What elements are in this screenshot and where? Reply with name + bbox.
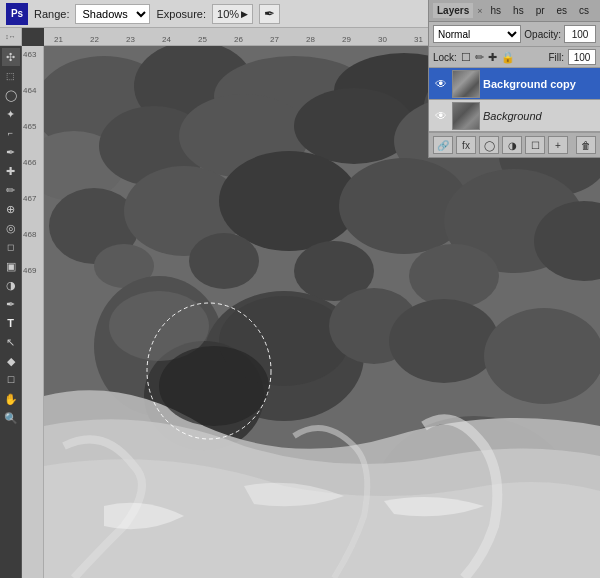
lock-transparency-icon[interactable]: ☐	[461, 51, 471, 64]
fill-label: Fill:	[548, 52, 564, 63]
move-tool[interactable]: ✣	[2, 48, 20, 66]
layer-eye-background-copy[interactable]: 👁	[433, 76, 449, 92]
fill-value[interactable]: 100	[568, 49, 596, 65]
layer-background-copy[interactable]: 👁 Background copy	[429, 68, 600, 100]
tab-cs[interactable]: cs	[575, 3, 593, 18]
heal-tool[interactable]: ✚	[2, 162, 20, 180]
type-tool[interactable]: T	[2, 314, 20, 332]
layers-tabs: Layers × hs hs pr es cs	[429, 0, 600, 22]
svg-point-32	[484, 308, 600, 404]
new-group-button[interactable]: ☐	[525, 136, 545, 154]
hand-tool[interactable]: ✋	[2, 390, 20, 408]
layer-styles-button[interactable]: fx	[456, 136, 476, 154]
svg-point-31	[389, 299, 499, 383]
brush-tool[interactable]: ✏	[2, 181, 20, 199]
tab-pr[interactable]: pr	[532, 3, 549, 18]
layers-bottom-bar: 🔗 fx ◯ ◑ ☐ + 🗑	[429, 132, 600, 157]
svg-point-14	[219, 151, 359, 251]
dodge-tool[interactable]: ◑	[2, 276, 20, 294]
crop-tool[interactable]: ⌐	[2, 124, 20, 142]
opacity-label: Opacity:	[524, 29, 561, 40]
tab-layers[interactable]: Layers	[433, 3, 473, 18]
layer-name-background: Background	[483, 110, 596, 122]
layer-name-background-copy: Background copy	[483, 78, 596, 90]
layer-thumb-background	[452, 102, 480, 130]
magic-wand-tool[interactable]: ✦	[2, 105, 20, 123]
path-select-tool[interactable]: ↖	[2, 333, 20, 351]
link-layers-button[interactable]: 🔗	[433, 136, 453, 154]
exposure-value[interactable]: 10% ▶	[212, 4, 253, 24]
tab-es[interactable]: es	[553, 3, 572, 18]
svg-point-21	[409, 244, 499, 308]
tab-hs1[interactable]: hs	[487, 3, 506, 18]
exposure-arrow: ▶	[241, 9, 248, 19]
svg-point-9	[294, 88, 414, 164]
zoom-tool[interactable]: 🔍	[2, 409, 20, 427]
range-select[interactable]: Shadows Midtones Highlights	[75, 4, 150, 24]
lock-move-icon[interactable]: ✚	[488, 51, 497, 64]
opacity-value[interactable]: 100	[564, 25, 596, 43]
ps-logo: Ps	[6, 3, 28, 25]
new-layer-button[interactable]: +	[548, 136, 568, 154]
delete-layer-button[interactable]: 🗑	[576, 136, 596, 154]
lock-row: Lock: ☐ ✏ ✚ 🔒 Fill: 100	[429, 47, 600, 68]
range-label: Range:	[34, 8, 69, 20]
lock-all-icon[interactable]: 🔒	[501, 51, 515, 64]
ruler-corner: ↕↔	[5, 33, 16, 40]
gradient-tool[interactable]: ▣	[2, 257, 20, 275]
tab-hs2[interactable]: hs	[509, 3, 528, 18]
toolbox: ✣ ⬚ ◯ ✦ ⌐ ✒ ✚ ✏ ⊕ ◎ ◻ ▣ ◑ ✒ T ↖ ◆ ☐ ✋ 🔍	[0, 46, 22, 578]
adjustment-layer-button[interactable]: ◑	[502, 136, 522, 154]
svg-point-19	[189, 233, 259, 289]
lasso-tool[interactable]: ◯	[2, 86, 20, 104]
blend-mode-select[interactable]: Normal Multiply Screen Overlay	[433, 25, 521, 43]
layer-thumb-background-copy	[452, 70, 480, 98]
add-mask-button[interactable]: ◯	[479, 136, 499, 154]
clone-tool[interactable]: ⊕	[2, 200, 20, 218]
tab-layers-close[interactable]: ×	[477, 6, 482, 16]
lock-paint-icon[interactable]: ✏	[475, 51, 484, 64]
layer-mode-row: Normal Multiply Screen Overlay Opacity: …	[429, 22, 600, 47]
layers-panel: Layers × hs hs pr es cs Normal Multiply …	[428, 0, 600, 158]
airbrush-icon: ✒	[264, 6, 275, 21]
svg-point-29	[159, 346, 269, 426]
airbrush-tool[interactable]: ✒	[259, 4, 280, 24]
notes-tool[interactable]: ☐	[2, 371, 20, 389]
eyedropper-tool[interactable]: ✒	[2, 143, 20, 161]
marquee-tool[interactable]: ⬚	[2, 67, 20, 85]
layer-eye-background[interactable]: 👁	[433, 108, 449, 124]
history-tool[interactable]: ◎	[2, 219, 20, 237]
eraser-tool[interactable]: ◻	[2, 238, 20, 256]
exposure-label: Exposure:	[156, 8, 206, 20]
pen-tool[interactable]: ✒	[2, 295, 20, 313]
layer-background[interactable]: 👁 Background	[429, 100, 600, 132]
shape-tool[interactable]: ◆	[2, 352, 20, 370]
vertical-ruler: 463 464 465 466 467 468 469	[22, 46, 44, 578]
lock-label: Lock:	[433, 52, 457, 63]
